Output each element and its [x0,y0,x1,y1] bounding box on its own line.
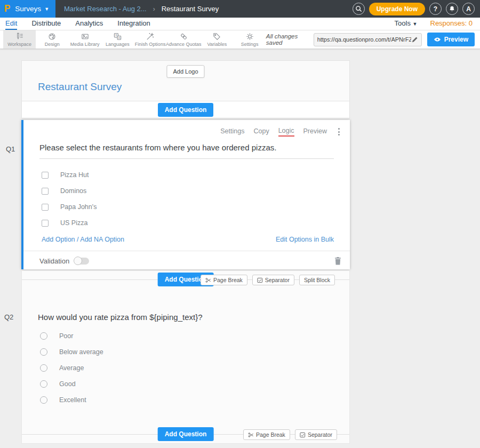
edit-options-in-bulk-link[interactable]: Edit Options in Bulk [276,236,334,243]
upgrade-now-button[interactable]: Upgrade Now [369,3,425,15]
tab-distribute[interactable]: Distribute [31,19,61,29]
tab-analytics[interactable]: Analytics [75,19,103,29]
radio-icon[interactable] [40,380,47,388]
checkbox-icon[interactable] [42,188,49,195]
add-option-link[interactable]: Add Option [42,236,75,243]
option-row[interactable]: Pizza Hut [42,167,334,183]
radio-icon[interactable] [40,396,47,404]
question-text-q1[interactable]: Please select the restaurants from where… [39,143,334,159]
block-divider-row: Add Question Page Break Separator [22,426,349,443]
radio-icon[interactable] [40,348,47,356]
app-menu-label: Surveys [15,5,41,13]
top-bar: P Surveys ▼ Market Research - Aug 2... ›… [0,0,480,18]
toolbar-item-variables[interactable]: Variables [201,30,233,49]
questionpro-logo: P [4,3,10,14]
separator-button[interactable]: Separator [252,275,294,285]
save-status: All changes saved [266,33,308,46]
menu-preview[interactable]: Preview [303,127,327,136]
radio-icon[interactable] [40,364,47,372]
toolbar-item-media-library[interactable]: Media Library [69,30,101,49]
option-links: Add Option / Add NA Option [42,236,124,243]
pencil-icon [411,36,418,43]
validation-toggle[interactable] [75,258,89,265]
variables-icon [212,32,221,41]
eye-icon [434,37,441,42]
separator-icon [300,432,306,438]
option-row[interactable]: Average [40,360,333,376]
q2-options-list: Poor Below average Average Good Excellen… [40,328,333,408]
survey-url-input[interactable] [317,36,411,43]
scissors-icon [248,432,254,438]
breadcrumb: Market Research - Aug 2... › Restaurant … [64,5,219,13]
edit-url-button[interactable] [411,36,418,43]
add-logo-button[interactable]: Add Logo [166,65,204,78]
checkbox-icon[interactable] [42,172,49,179]
more-options-icon[interactable] [336,127,342,137]
option-row[interactable]: US Pizza [42,215,334,231]
menu-settings[interactable]: Settings [220,127,244,136]
option-row[interactable]: Papa John's [42,199,334,215]
nav-bar: Edit Distribute Analytics Integration To… [0,18,480,30]
question-number-q2: Q2 [4,313,13,321]
toolbar-item-settings[interactable]: Settings [234,30,266,49]
option-row[interactable]: Poor [40,328,333,344]
toolbar-item-languages[interactable]: XA Languages [101,30,134,49]
workspace-icon [15,32,24,41]
question-block-q2[interactable]: Add Question Page Break Separator Split … [21,271,350,444]
separator-icon [257,277,263,283]
help-button[interactable]: ? [429,3,442,15]
add-na-option-link[interactable]: Add NA Option [80,236,124,243]
radio-icon[interactable] [40,332,47,340]
option-row[interactable]: Excellent [40,392,333,408]
advance-quotas-icon [179,32,188,41]
option-row[interactable]: Below average [40,344,333,360]
tools-menu[interactable]: Tools ▼ [395,19,418,27]
breadcrumb-parent[interactable]: Market Research - Aug 2... [64,5,147,13]
trash-icon [334,257,341,265]
q1-options-list: Pizza Hut Dominos Papa John's US Pizza [42,167,334,231]
scissors-icon [205,277,211,283]
add-question-button[interactable]: Add Question [158,427,214,441]
svg-text:A: A [118,36,120,39]
question-card-q1[interactable]: Q1 Settings Copy Logic Preview Please se… [21,120,350,269]
avatar[interactable]: A [462,3,475,15]
search-button[interactable] [353,3,365,15]
tab-edit[interactable]: Edit [5,19,17,30]
media-library-icon [81,32,90,41]
notifications-button[interactable] [446,3,458,15]
editor-canvas: Add Logo Restaurant Survey Add Question … [0,49,480,448]
checkbox-icon[interactable] [42,220,49,227]
split-block-button[interactable]: Split Block [299,275,335,285]
survey-title[interactable]: Restaurant Survey [38,81,122,93]
separator-button[interactable]: Separator [295,429,337,440]
delete-question-button[interactable] [334,257,341,265]
toolbar-item-finish-options[interactable]: Finish Options [134,30,166,49]
languages-icon: XA [113,32,122,41]
menu-copy[interactable]: Copy [253,127,269,136]
preview-button[interactable]: Preview [427,33,475,46]
menu-logic[interactable]: Logic [278,127,294,137]
chevron-right-icon: › [153,5,155,13]
question-text-q2[interactable]: How would you rate pizza from ${piping_t… [38,313,333,322]
toolbar-item-workspace[interactable]: Workspace [3,30,36,49]
survey-header-card: Add Logo Restaurant Survey [21,60,350,101]
page-break-button[interactable]: Page Break [201,275,247,285]
tab-integration[interactable]: Integration [117,19,150,29]
svg-text:X: X [115,34,117,37]
responses-count[interactable]: Responses: 0 [430,19,473,27]
design-icon [47,32,57,41]
add-question-strip: Add Question [21,101,350,118]
toolbar-item-design[interactable]: Design [36,30,68,49]
question-menu: Settings Copy Logic Preview [23,120,350,137]
toolbar-item-advance-quotas[interactable]: Advance Quotas [166,30,201,49]
surveys-menu[interactable]: P Surveys ▼ [0,0,55,18]
search-icon [355,5,362,12]
option-row[interactable]: Dominos [42,183,334,199]
add-question-button[interactable]: Add Question [158,103,214,117]
option-row[interactable]: Good [40,376,333,392]
finish-options-icon [146,32,155,41]
breadcrumb-current: Restaurant Survey [162,5,219,13]
survey-url-box [314,33,422,46]
checkbox-icon[interactable] [42,204,49,211]
page-break-button[interactable]: Page Break [243,429,290,440]
